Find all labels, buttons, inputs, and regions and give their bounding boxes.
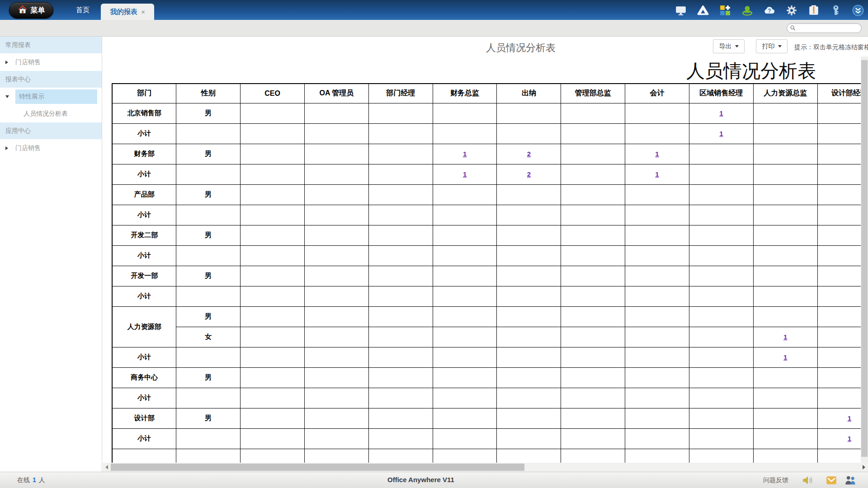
speaker-icon[interactable] bbox=[802, 474, 813, 486]
cloud-help-icon[interactable]: ? bbox=[763, 4, 775, 16]
drilldown-link[interactable]: 1 bbox=[848, 435, 851, 442]
product-name: Office Anywhere V11 bbox=[387, 476, 454, 483]
tab-my-reports[interactable]: 我的报表 × bbox=[101, 4, 154, 20]
sidebar-item-feature-demo[interactable]: 特性展示 bbox=[0, 88, 102, 105]
sidebar-item-store-sales-1[interactable]: 门店销售 bbox=[0, 54, 102, 71]
drilldown-link[interactable]: 2 bbox=[527, 150, 531, 158]
value-cell bbox=[753, 205, 817, 225]
people-icon[interactable] bbox=[844, 474, 856, 486]
drilldown-link[interactable]: 1 bbox=[783, 333, 787, 341]
value-cell bbox=[625, 306, 689, 327]
drilldown-link[interactable]: 1 bbox=[655, 150, 659, 158]
scroll-left-arrow[interactable] bbox=[103, 463, 111, 472]
settings-icon[interactable] bbox=[785, 4, 797, 16]
top-bar: 菜单 首页 我的报表 × ? bbox=[0, 0, 868, 20]
value-cell bbox=[817, 205, 861, 225]
value-cell bbox=[433, 306, 497, 327]
value-cell bbox=[817, 123, 861, 144]
monitor-icon[interactable] bbox=[675, 4, 687, 16]
menu-label: 菜单 bbox=[31, 6, 45, 15]
contact-icon[interactable] bbox=[741, 4, 753, 16]
item-label: 人员情况分析表 bbox=[24, 110, 68, 118]
dept-cell: 小计 bbox=[112, 347, 176, 367]
toolbox-icon[interactable] bbox=[807, 4, 820, 16]
value-cell bbox=[561, 408, 625, 428]
drilldown-link[interactable]: 1 bbox=[783, 353, 787, 361]
value-cell bbox=[368, 408, 433, 428]
close-icon[interactable]: × bbox=[142, 9, 145, 15]
gender-cell: 男 bbox=[176, 184, 241, 205]
dept-cell: 北京销售部 bbox=[112, 103, 176, 123]
gender-cell bbox=[176, 347, 241, 367]
value-cell bbox=[497, 103, 561, 123]
value-cell bbox=[689, 164, 753, 184]
value-cell bbox=[561, 103, 625, 123]
table-row: 小计1 bbox=[112, 428, 861, 449]
sidebar-section-report-center[interactable]: 报表中心 bbox=[0, 71, 102, 88]
tab-home[interactable]: 首页 bbox=[68, 0, 98, 20]
svg-text:?: ? bbox=[768, 7, 771, 14]
value-cell bbox=[561, 245, 625, 266]
mail-icon[interactable] bbox=[826, 474, 837, 486]
sidebar-section-app-center[interactable]: 应用中心 bbox=[0, 122, 102, 139]
value-cell bbox=[368, 205, 433, 225]
search-input[interactable] bbox=[798, 25, 857, 31]
table-row: 女1 bbox=[112, 327, 861, 347]
drilldown-link[interactable]: 2 bbox=[527, 170, 531, 178]
feedback-link[interactable]: 问题反馈 bbox=[763, 476, 788, 484]
export-button[interactable]: 导出 bbox=[713, 39, 745, 53]
horizontal-scrollbar[interactable] bbox=[103, 463, 868, 472]
value-cell bbox=[241, 428, 305, 449]
value-cell bbox=[753, 245, 817, 266]
drilldown-link[interactable]: 1 bbox=[655, 170, 659, 178]
sidebar-item-store-sales-2[interactable]: 门店销售 bbox=[0, 140, 102, 157]
drilldown-link[interactable]: 1 bbox=[463, 170, 467, 178]
column-header: 会计 bbox=[625, 84, 689, 103]
expand-icon[interactable] bbox=[852, 4, 864, 16]
value-cell bbox=[817, 164, 861, 184]
horizontal-scrollbar-thumb[interactable] bbox=[111, 464, 524, 471]
value-cell bbox=[304, 347, 368, 367]
menu-button[interactable]: 菜单 bbox=[9, 2, 53, 19]
value-cell bbox=[753, 306, 817, 327]
drilldown-link[interactable]: 1 bbox=[719, 109, 723, 117]
vertical-scrollbar-thumb[interactable] bbox=[861, 60, 868, 457]
key-icon[interactable] bbox=[830, 4, 842, 16]
table-row: 小计1 bbox=[112, 123, 861, 144]
logo-a-icon[interactable] bbox=[697, 4, 709, 16]
value-cell bbox=[241, 327, 305, 347]
apps-icon[interactable] bbox=[719, 4, 731, 16]
drilldown-link[interactable]: 1 bbox=[463, 150, 467, 158]
value-cell bbox=[368, 184, 433, 205]
value-cell bbox=[433, 327, 497, 347]
value-cell bbox=[368, 245, 433, 266]
gender-cell: 女 bbox=[176, 327, 241, 347]
value-cell bbox=[625, 245, 689, 266]
value-cell bbox=[689, 266, 753, 286]
value-cell bbox=[689, 144, 753, 164]
search-icon bbox=[790, 25, 796, 31]
vertical-scrollbar[interactable] bbox=[861, 56, 868, 463]
value-cell: 1 bbox=[433, 144, 497, 164]
drilldown-link[interactable]: 1 bbox=[848, 414, 851, 422]
value-cell bbox=[753, 449, 817, 463]
sidebar-item-personnel-analysis[interactable]: 人员情况分析表 bbox=[0, 105, 102, 122]
value-cell bbox=[625, 367, 689, 388]
scroll-right-arrow[interactable] bbox=[860, 463, 868, 472]
value-cell bbox=[304, 245, 368, 266]
chevron-right-icon bbox=[5, 61, 8, 64]
drilldown-link[interactable]: 1 bbox=[719, 130, 723, 137]
freeze-pane-tip: 提示：双击单元格冻结窗格 bbox=[794, 43, 868, 52]
value-cell bbox=[625, 428, 689, 449]
value-cell bbox=[497, 449, 561, 463]
search-box[interactable] bbox=[787, 23, 862, 33]
sidebar-section-common-reports[interactable]: 常用报表 bbox=[0, 37, 102, 53]
print-button[interactable]: 打印 bbox=[756, 39, 788, 53]
value-cell bbox=[304, 428, 368, 449]
value-cell bbox=[561, 123, 625, 144]
value-cell bbox=[497, 347, 561, 367]
value-cell bbox=[561, 327, 625, 347]
personnel-analysis-table: 部门性别CEOOA 管理员部门经理财务总监出纳管理部总监会计区域销售经理人力资源… bbox=[112, 83, 861, 463]
report-header-row: 部门性别CEOOA 管理员部门经理财务总监出纳管理部总监会计区域销售经理人力资源… bbox=[112, 84, 861, 103]
value-cell bbox=[625, 184, 689, 205]
